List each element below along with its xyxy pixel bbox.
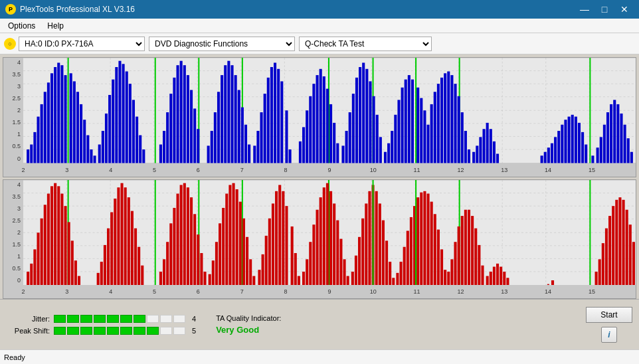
svg-rect-345 <box>551 280 554 285</box>
svg-rect-25 <box>37 117 39 163</box>
test-select[interactable]: Q-Check TA Test <box>299 37 432 51</box>
peak-seg-8 <box>147 327 159 335</box>
y-label-05: 0.5 <box>5 143 22 149</box>
svg-rect-78 <box>230 65 233 163</box>
svg-rect-250 <box>197 234 199 285</box>
svg-rect-30 <box>54 67 56 163</box>
bx-label-5: 5 <box>153 288 156 295</box>
svg-rect-339 <box>493 266 496 285</box>
jitter-row: Jitter: 4 <box>7 315 196 323</box>
svg-rect-313 <box>410 217 412 285</box>
svg-rect-117 <box>369 81 371 163</box>
menu-options[interactable]: Options <box>3 20 41 32</box>
bottom-panel: Jitter: 4 Peak Shift: <box>0 299 639 349</box>
svg-rect-260 <box>232 183 235 285</box>
close-button[interactable]: ✕ <box>615 3 634 16</box>
main-area: 4 3.5 3 2.5 2 1.5 1 0.5 0 <box>0 54 639 349</box>
svg-rect-222 <box>78 276 80 285</box>
svg-rect-170 <box>581 132 584 163</box>
jitter-seg-3 <box>80 315 92 323</box>
svg-rect-41 <box>90 149 92 163</box>
svg-rect-242 <box>173 207 175 285</box>
titlebar-left: P PlexTools Professional XL V3.16 <box>5 4 135 15</box>
menu-help[interactable]: Help <box>42 20 69 32</box>
svg-rect-26 <box>41 104 43 163</box>
svg-rect-86 <box>256 131 259 163</box>
svg-rect-273 <box>275 191 278 285</box>
svg-rect-347 <box>595 271 598 285</box>
top-chart: 4 3.5 3 2.5 2 1.5 1 0.5 0 <box>3 57 636 177</box>
svg-rect-171 <box>585 145 587 163</box>
svg-rect-182 <box>627 138 630 163</box>
y-label-4b: 4 <box>5 181 22 188</box>
svg-rect-150 <box>476 145 478 163</box>
bx-label-7: 7 <box>240 288 244 295</box>
svg-rect-292 <box>339 238 342 285</box>
svg-rect-112 <box>352 94 355 163</box>
svg-rect-354 <box>618 197 621 285</box>
svg-rect-183 <box>630 152 633 163</box>
svg-rect-283 <box>312 225 315 285</box>
svg-rect-299 <box>365 203 367 285</box>
svg-rect-47 <box>112 80 114 163</box>
start-button[interactable]: Start <box>586 307 632 323</box>
info-button[interactable]: i <box>601 327 617 343</box>
svg-rect-279 <box>298 276 300 285</box>
svg-rect-303 <box>375 191 378 285</box>
svg-rect-119 <box>373 96 375 163</box>
svg-rect-321 <box>434 214 436 285</box>
bx-label-14: 14 <box>545 288 551 295</box>
svg-rect-330 <box>461 216 464 285</box>
peak-seg-2 <box>67 327 79 335</box>
jitter-seg-5 <box>107 315 119 323</box>
svg-rect-282 <box>309 242 312 285</box>
svg-rect-353 <box>615 199 618 285</box>
svg-rect-77 <box>227 61 230 163</box>
svg-rect-295 <box>351 271 354 285</box>
svg-rect-74 <box>217 92 220 163</box>
jitter-seg-4 <box>94 315 106 323</box>
svg-rect-306 <box>385 240 388 285</box>
drive-select[interactable]: HA:0 ID:0 PX-716A <box>19 37 145 51</box>
svg-rect-331 <box>464 209 467 285</box>
svg-rect-177 <box>610 104 612 163</box>
svg-rect-254 <box>212 260 215 285</box>
y-label-1: 1 <box>5 131 22 137</box>
svg-rect-146 <box>461 112 464 163</box>
svg-rect-130 <box>411 80 414 163</box>
x-label-6: 6 <box>197 167 200 173</box>
y-label-25b: 2.5 <box>5 217 22 224</box>
svg-rect-106 <box>329 104 332 163</box>
titlebar-controls: — □ ✕ <box>575 3 634 16</box>
svg-rect-66 <box>187 75 189 163</box>
svg-rect-253 <box>209 274 211 285</box>
svg-rect-323 <box>440 249 443 285</box>
svg-rect-343 <box>506 278 509 285</box>
svg-rect-318 <box>423 191 426 285</box>
svg-rect-115 <box>362 62 365 163</box>
minimize-button[interactable]: — <box>575 3 594 16</box>
svg-rect-56 <box>139 136 141 163</box>
peak-seg-10 <box>173 327 185 335</box>
ta-quality-value: Very Good <box>216 325 259 335</box>
svg-rect-300 <box>368 191 371 285</box>
svg-rect-236 <box>137 246 140 285</box>
svg-rect-350 <box>605 228 608 285</box>
function-select[interactable]: DVD Diagnostic Functions <box>149 37 295 51</box>
svg-rect-152 <box>483 129 486 163</box>
x-label-2: 2 <box>21 167 25 173</box>
svg-rect-158 <box>544 152 547 163</box>
svg-rect-49 <box>118 61 121 163</box>
svg-rect-108 <box>336 143 339 163</box>
status-text: Ready <box>4 353 25 361</box>
svg-rect-241 <box>169 223 172 285</box>
svg-rect-278 <box>294 253 297 285</box>
svg-rect-84 <box>248 145 250 163</box>
svg-rect-265 <box>246 236 248 285</box>
svg-rect-160 <box>551 143 553 163</box>
maximize-button[interactable]: □ <box>595 3 614 16</box>
peak-seg-6 <box>120 327 132 335</box>
y-label-0b: 0 <box>5 277 22 284</box>
svg-rect-103 <box>320 69 322 163</box>
svg-rect-96 <box>299 141 302 163</box>
